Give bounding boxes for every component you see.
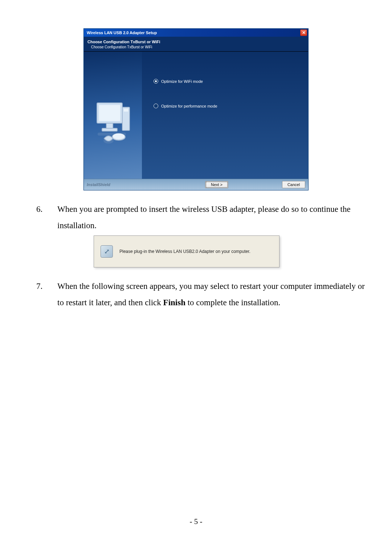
installer-heading: Choose Configuration TxBurst or WiFi — [87, 40, 305, 44]
cancel-button-label: Cancel — [287, 182, 300, 187]
adapter-icon: ⤢ — [101, 245, 113, 258]
installer-body: Optimize for WiFi mode Optimize for perf… — [84, 52, 308, 179]
svg-rect-2 — [99, 105, 120, 121]
window-title: Wireless LAN USB 2.0 Adapter Setup — [87, 31, 157, 35]
step-7: 7. When the following screen appears, yo… — [36, 278, 377, 311]
next-button[interactable]: Next > — [205, 181, 228, 188]
step-6: 6. When you are prompted to insert the w… — [36, 201, 377, 234]
adapter-icon-glyph: ⤢ — [104, 247, 110, 255]
installer-window: Wireless LAN USB 2.0 Adapter Setup ✕ Cho… — [83, 28, 309, 190]
radio-icon — [154, 79, 158, 84]
close-button[interactable]: ✕ — [300, 29, 307, 36]
radio-icon — [154, 104, 158, 108]
installer-sidebar-image — [84, 52, 142, 179]
installer-options: Optimize for WiFi mode Optimize for perf… — [142, 52, 308, 179]
installer-subheading: Choose Configuration TxBurst or WiFi — [91, 45, 305, 49]
step-number: 6. — [36, 201, 44, 234]
installshield-brand: InstallShield — [87, 182, 110, 187]
next-button-label: Next > — [211, 182, 222, 187]
svg-rect-4 — [102, 128, 117, 131]
step-text-bold: Finish — [163, 298, 185, 307]
step-text: When you are prompted to insert the wire… — [57, 201, 373, 234]
monitor-icon — [94, 101, 134, 148]
installer-footer: InstallShield Next > Cancel — [84, 179, 308, 190]
installer-header: Choose Configuration TxBurst or WiFi Cho… — [84, 37, 308, 52]
title-bar: Wireless LAN USB 2.0 Adapter Setup ✕ — [84, 29, 308, 37]
step-text-suffix: to complete the installation. — [185, 298, 280, 307]
prompt-text: Please plug-in the Wireless LAN USB2.0 A… — [119, 249, 250, 254]
option-performance-mode[interactable]: Optimize for performance mode — [154, 104, 302, 108]
option-wifi-mode[interactable]: Optimize for WiFi mode — [154, 79, 302, 84]
option-label: Optimize for performance mode — [161, 104, 217, 108]
cancel-button[interactable]: Cancel — [282, 181, 305, 188]
svg-point-8 — [113, 133, 124, 139]
close-icon: ✕ — [302, 31, 306, 35]
step-text: When the following screen appears, you m… — [57, 278, 373, 311]
svg-rect-6 — [124, 109, 128, 112]
page-number: - 5 - — [0, 517, 392, 526]
svg-rect-3 — [106, 123, 113, 128]
step-number: 7. — [36, 278, 44, 311]
option-label: Optimize for WiFi mode — [161, 79, 203, 84]
plugin-prompt-dialog: ⤢ Please plug-in the Wireless LAN USB2.0… — [94, 235, 279, 267]
